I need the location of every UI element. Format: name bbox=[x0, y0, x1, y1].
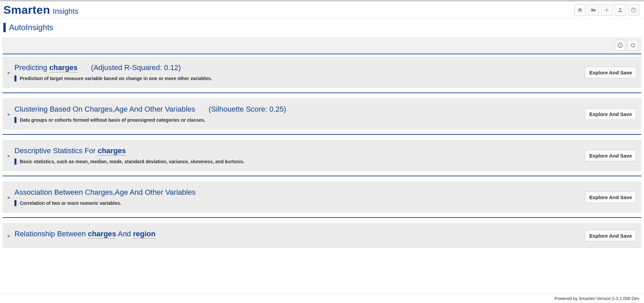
title-text: Predicting bbox=[14, 63, 49, 72]
card-stat: (Silhouette Score: 0.25) bbox=[209, 105, 286, 114]
card-desc: Data groups or cohorts formed without ba… bbox=[20, 117, 205, 123]
desc-accent bbox=[14, 200, 16, 206]
card-divider bbox=[3, 93, 641, 93]
title-text: And bbox=[116, 230, 133, 238]
insight-card: ▸Clustering Based On Charges,Age And Oth… bbox=[3, 99, 641, 129]
card-title-row: Association Between Charges,Age And Othe… bbox=[14, 188, 580, 197]
insight-card: ▸Descriptive Statistics For chargesBasic… bbox=[3, 140, 641, 171]
svg-point-2 bbox=[620, 44, 621, 45]
card-title: Predicting charges bbox=[14, 63, 77, 72]
new-button[interactable] bbox=[601, 4, 612, 16]
card-desc: Correlation of two or more numeric varia… bbox=[20, 200, 121, 206]
expand-toggle[interactable]: ▸ bbox=[6, 111, 12, 117]
card-body: Descriptive Statistics For chargesBasic … bbox=[12, 146, 580, 165]
refresh-icon bbox=[630, 42, 636, 48]
title-variable: charges bbox=[88, 230, 116, 239]
desc-accent bbox=[14, 159, 16, 165]
expand-toggle[interactable]: ▸ bbox=[6, 194, 12, 200]
card-title: Relationship Between charges And region bbox=[14, 230, 156, 238]
brand: Smarten Insights bbox=[3, 3, 78, 16]
header-actions bbox=[574, 4, 639, 16]
card-desc-row: Data groups or cohorts formed without ba… bbox=[14, 117, 580, 123]
card-title-row: Descriptive Statistics For charges bbox=[14, 146, 580, 155]
card-divider bbox=[3, 217, 641, 218]
card-body: Clustering Based On Charges,Age And Othe… bbox=[12, 105, 580, 123]
explore-and-save-button[interactable]: Explore And Save bbox=[585, 108, 636, 120]
explore-and-save-button[interactable]: Explore And Save bbox=[585, 150, 636, 162]
home-button[interactable] bbox=[574, 4, 586, 16]
footer-text: Powered by Smarten Version 5.3.2.006 Dev bbox=[554, 296, 639, 301]
expand-toggle[interactable]: ▸ bbox=[6, 233, 12, 239]
explore-and-save-button[interactable]: Explore And Save bbox=[585, 67, 636, 78]
card-title-row: Relationship Between charges And region bbox=[14, 230, 580, 238]
title-text: Descriptive Statistics For bbox=[14, 146, 98, 155]
expand-toggle[interactable]: ▸ bbox=[6, 69, 12, 76]
card-desc: Prediction of target measure variable ba… bbox=[20, 76, 212, 81]
insight-card: ▸Relationship Between charges And region… bbox=[3, 223, 641, 248]
card-title: Association Between Charges,Age And Othe… bbox=[14, 188, 196, 197]
title-variable: charges bbox=[98, 146, 126, 156]
card-title-row: Predicting charges(Adjusted R-Squared: 0… bbox=[14, 63, 580, 72]
footer: Powered by Smarten Version 5.3.2.006 Dev bbox=[0, 294, 644, 303]
explore-and-save-button[interactable]: Explore And Save bbox=[585, 191, 636, 203]
card-title: Descriptive Statistics For charges bbox=[14, 146, 126, 155]
brand-main: Smarten bbox=[3, 3, 50, 16]
card-desc-row: Basic statistics, such as mean, median, … bbox=[14, 159, 580, 165]
info-button[interactable] bbox=[615, 40, 626, 51]
user-icon bbox=[617, 7, 623, 13]
plus-icon bbox=[604, 7, 610, 13]
card-divider bbox=[3, 134, 641, 135]
refresh-button[interactable] bbox=[628, 40, 638, 51]
folder-icon bbox=[590, 7, 596, 13]
title-text: Association Between Charges,Age And Othe… bbox=[14, 188, 196, 196]
desc-accent bbox=[14, 75, 16, 81]
card-divider bbox=[3, 176, 641, 176]
page-title-row: AutoInsights bbox=[0, 19, 644, 38]
insights-list[interactable]: ▸Predicting charges(Adjusted R-Squared: … bbox=[3, 54, 641, 294]
title-text: Clustering Based On Charges,Age And Othe… bbox=[14, 105, 195, 113]
title-variable: charges bbox=[49, 63, 77, 72]
open-button[interactable] bbox=[588, 4, 599, 16]
page-title: AutoInsights bbox=[9, 23, 53, 32]
page-title-accent bbox=[3, 23, 6, 32]
insight-card: ▸Association Between Charges,Age And Oth… bbox=[3, 182, 641, 213]
card-body: Predicting charges(Adjusted R-Squared: 0… bbox=[12, 63, 580, 81]
brand-sub: Insights bbox=[53, 7, 78, 16]
title-variable: region bbox=[133, 230, 155, 239]
explore-and-save-button[interactable]: Explore And Save bbox=[585, 230, 636, 242]
card-title: Clustering Based On Charges,Age And Othe… bbox=[14, 105, 195, 114]
card-desc: Basic statistics, such as mean, median, … bbox=[20, 159, 245, 164]
card-title-row: Clustering Based On Charges,Age And Othe… bbox=[14, 105, 580, 114]
card-stat: (Adjusted R-Squared: 0.12) bbox=[91, 63, 181, 72]
title-text: Relationship Between bbox=[14, 230, 88, 238]
card-body: Relationship Between charges And region bbox=[12, 230, 580, 242]
card-body: Association Between Charges,Age And Othe… bbox=[12, 188, 580, 206]
help-icon bbox=[631, 7, 637, 13]
card-desc-row: Correlation of two or more numeric varia… bbox=[14, 200, 580, 206]
toolbar bbox=[3, 38, 641, 53]
user-button[interactable] bbox=[614, 4, 626, 16]
home-icon bbox=[577, 7, 583, 13]
info-icon bbox=[617, 42, 623, 48]
desc-accent bbox=[14, 117, 16, 123]
insight-card: ▸Predicting charges(Adjusted R-Squared: … bbox=[3, 57, 641, 88]
expand-toggle[interactable]: ▸ bbox=[6, 153, 12, 159]
help-button[interactable] bbox=[628, 4, 639, 16]
app-header: Smarten Insights bbox=[0, 1, 644, 19]
card-desc-row: Prediction of target measure variable ba… bbox=[14, 75, 580, 81]
